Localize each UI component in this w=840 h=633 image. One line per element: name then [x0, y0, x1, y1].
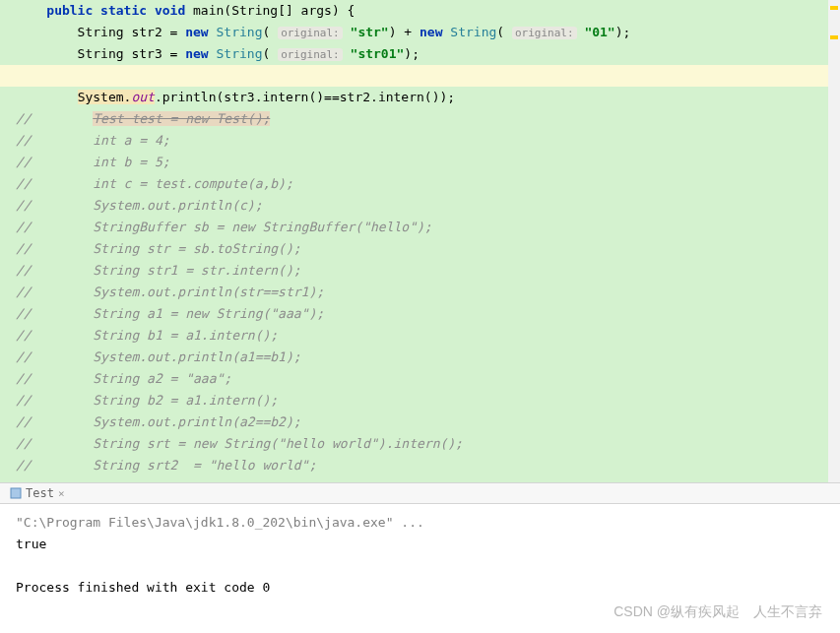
- code-line: String str3 = new String( original: "str…: [0, 43, 840, 65]
- code-line: // int c = test.compute(a,b);: [0, 173, 840, 195]
- code-line: // Test test = new Test();: [0, 108, 840, 130]
- console-command-line: "C:\Program Files\Java\jdk1.8.0_202\bin\…: [16, 512, 824, 534]
- run-config-icon: [10, 487, 22, 499]
- code-line: // int a = 4;: [0, 130, 840, 152]
- close-icon[interactable]: ×: [58, 487, 65, 500]
- warning-mark-icon[interactable]: [830, 6, 838, 10]
- scrollbar-stripe[interactable]: [828, 0, 840, 482]
- code-line: // String srt2 = "hello world";: [0, 455, 840, 476]
- code-line: // String a1 = new String("aaa");: [0, 303, 840, 325]
- code-line: // String b2 = a1.intern();: [0, 390, 840, 411]
- run-tab-bar: Test ×: [0, 482, 840, 504]
- run-tab-label: Test: [26, 486, 54, 500]
- code-line: // String a2 = "aaa";: [0, 368, 840, 390]
- code-line: // System.out.println(a2==b2);: [0, 411, 840, 433]
- console-blank: [16, 555, 824, 577]
- code-line: // int b = 5;: [0, 152, 840, 173]
- console-output[interactable]: "C:\Program Files\Java\jdk1.8.0_202\bin\…: [0, 504, 840, 606]
- code-editor[interactable]: public static void main(String[] args) {…: [0, 0, 840, 482]
- code-line: // String str = sb.toString();: [0, 238, 840, 260]
- code-line: // String str1 = str.intern();: [0, 260, 840, 282]
- svg-rect-0: [11, 488, 21, 498]
- code-line: // System.out.println(a1==b1);: [0, 347, 840, 368]
- code-line: System.out.println(str3.intern()==str2.i…: [0, 87, 840, 108]
- code-line: public static void main(String[] args) {: [0, 0, 840, 22]
- warning-mark-icon[interactable]: [830, 35, 838, 39]
- run-tab[interactable]: Test ×: [4, 483, 71, 503]
- code-line: // System.out.println(c);: [0, 195, 840, 217]
- console-exit-line: Process finished with exit code 0: [16, 577, 824, 599]
- code-line-caret: [0, 65, 840, 87]
- watermark-text: CSDN @纵有疾风起 人生不言弃: [614, 603, 822, 621]
- code-line: // String srt = new String("hello world"…: [0, 433, 840, 455]
- code-line: // StringBuffer sb = new StringBuffer("h…: [0, 217, 840, 238]
- code-line: String str2 = new String( original: "str…: [0, 22, 840, 43]
- console-stdout-line: true: [16, 534, 824, 555]
- code-line: // String b1 = a1.intern();: [0, 325, 840, 347]
- code-line: // System.out.println(str==str1);: [0, 282, 840, 303]
